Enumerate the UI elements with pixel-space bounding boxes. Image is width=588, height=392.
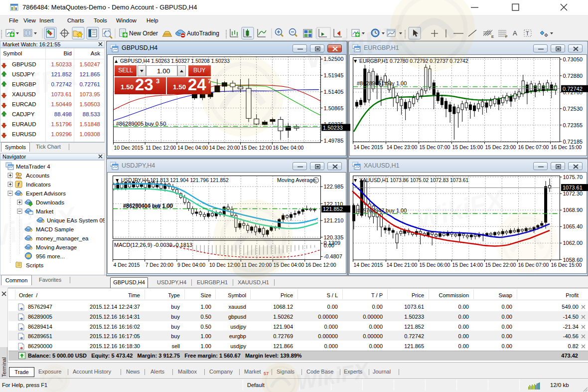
svg-text:1073.61: 1073.61 xyxy=(563,185,583,191)
svg-text:Terminal: Terminal xyxy=(1,357,7,377)
svg-text:▼ XAUUSD,H1 1073.86 1075.02 1: ▼ XAUUSD,H1 1073.86 1075.02 1072.83 1073… xyxy=(353,178,469,183)
svg-text:15 Dec 14:00: 15 Dec 14:00 xyxy=(452,262,483,268)
svg-text:16 Dec 15:00: 16 Dec 15:00 xyxy=(551,262,582,268)
svg-text:15 Dec 06:00: 15 Dec 06:00 xyxy=(420,262,450,268)
svg-text:1072.30: 1072.30 xyxy=(563,191,583,196)
svg-text:14 Dec 21:00: 14 Dec 21:00 xyxy=(387,262,418,268)
svg-text:#85762947 buy 1.00: #85762947 buy 1.00 xyxy=(357,207,407,213)
svg-text:1062.00: 1062.00 xyxy=(563,240,583,246)
svg-text:16 Dec 07:00: 16 Dec 07:00 xyxy=(518,262,549,268)
svg-text:15 Dec 22:00: 15 Dec 22:00 xyxy=(485,262,516,268)
svg-text:1068.90: 1068.90 xyxy=(563,207,583,213)
svg-text:1065.40: 1065.40 xyxy=(563,223,583,229)
svg-text:1075.70: 1075.70 xyxy=(563,174,583,180)
svg-text:14 Dec 2015: 14 Dec 2015 xyxy=(354,262,383,268)
svg-text:1058.60: 1058.60 xyxy=(563,257,583,263)
